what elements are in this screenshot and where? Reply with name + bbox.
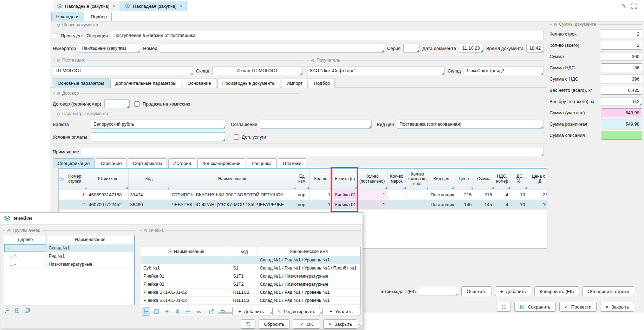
cell-sum[interactable]: 215 <box>474 190 494 199</box>
cell-vat-percent[interactable]: 10 <box>510 190 527 199</box>
copy-button[interactable]: Копировать (F6) <box>534 286 579 296</box>
numerator-field[interactable]: Накладные (закупка) <box>79 44 140 53</box>
buyer-warehouse-field[interactable]: ЛюксСофтТрейд2 <box>464 66 544 75</box>
cells-dialog-titlebar[interactable]: Ячейки <box>0 212 363 224</box>
sum-net-weight[interactable]: 0,435 <box>601 86 642 95</box>
cell-code[interactable]: S1T2 <box>231 280 258 288</box>
tab-selection[interactable]: Подбор <box>86 12 112 21</box>
cell-name[interactable] <box>141 256 231 264</box>
cell-name[interactable]: Ячейка 02 <box>141 280 231 288</box>
col-header-qty-marks[interactable]: Кол-во марок <box>387 169 406 190</box>
save-button[interactable]: Сохранить <box>514 302 556 312</box>
extra-services-checkbox[interactable] <box>234 134 239 140</box>
collapse-node-icon[interactable]: ⊖ <box>6 246 10 250</box>
sum-qty-total[interactable]: 2 <box>601 41 642 50</box>
col-header-vat-percent[interactable]: НДС, % <box>510 169 527 190</box>
cell-name[interactable]: Суб №1 <box>141 264 231 272</box>
window-tab-invoices-list[interactable]: Накладные (закупка) × <box>53 1 119 11</box>
filter-icon[interactable] <box>163 307 171 316</box>
reload-icon[interactable] <box>218 307 227 316</box>
cell-price[interactable]: 145 <box>454 199 474 209</box>
cell-canonical[interactable]: Склад №1 / Ряд №1 / Уровень №1 <box>258 288 360 296</box>
col-header-price[interactable]: Цена <box>454 169 474 190</box>
clear-button[interactable]: Очистить <box>461 286 492 296</box>
cell-unit[interactable]: пор. <box>296 190 309 199</box>
maximize-icon[interactable] <box>631 3 637 9</box>
expand-all-icon[interactable] <box>24 307 30 313</box>
close-button[interactable]: ×Закрыть <box>600 302 634 312</box>
tab-basis[interactable]: Основание <box>183 78 216 88</box>
number-field[interactable] <box>160 44 384 53</box>
cell-row[interactable]: Суб №1 S1 Склад №1 / Ряд №1 / Уровень №3… <box>141 264 360 272</box>
col-header-tree[interactable]: Дерево <box>4 235 46 244</box>
collapse-icon[interactable]: ⊖ <box>553 22 557 27</box>
close-tab-icon[interactable]: × <box>113 4 116 9</box>
tab-scan-log[interactable]: Лог сканирований <box>197 158 245 168</box>
col-header-group-name[interactable]: Наименование <box>46 235 134 244</box>
cell-barcode[interactable]: 4607007722452 <box>87 199 128 209</box>
col-header-cell-code[interactable]: Код <box>231 247 258 256</box>
sum-with-vat[interactable]: 396 <box>601 75 642 83</box>
collapse-icon[interactable]: ⊖ <box>7 228 11 233</box>
currency-field[interactable]: Белорусский рубль <box>91 120 226 129</box>
tab-invoice[interactable]: Накладная <box>51 12 84 21</box>
col-header-qty[interactable]: Кол-во <box>309 169 332 190</box>
edit-cell-button[interactable]: ✎Редактировать <box>272 307 320 316</box>
delete-cell-button[interactable]: −Удалить <box>322 307 360 316</box>
sum-writeoff[interactable] <box>601 131 642 140</box>
commission-checkbox[interactable] <box>134 101 139 107</box>
cell-price-type[interactable]: Поставщика (согласованная) <box>429 190 454 199</box>
sum-gross-weight[interactable]: 0,2 <box>601 97 642 106</box>
col-header-name[interactable]: Наименование <box>170 169 296 190</box>
refresh-button[interactable] <box>241 319 255 329</box>
tree-row-lowtemp[interactable]: ● Низкотемпературные <box>4 260 134 268</box>
sum-retail[interactable]: 549,98 <box>601 120 642 128</box>
note-field[interactable] <box>82 147 544 156</box>
sum-lines-count[interactable]: 2 <box>601 30 642 38</box>
cell-line-number[interactable]: 1 <box>59 190 87 199</box>
col-header-price-type[interactable]: Вид цен <box>429 169 454 190</box>
col-header-unit[interactable]: Ед. изм. <box>296 169 309 190</box>
reset-button[interactable]: Сбросить <box>259 319 290 329</box>
tree-toggle-cell[interactable]: ⊖ <box>4 244 46 252</box>
collapse-icon[interactable]: ⊖ <box>57 112 60 116</box>
col-header-cell-name[interactable]: Наименование <box>141 247 231 256</box>
tab-import[interactable]: Импорт <box>282 78 307 88</box>
cell-name[interactable]: Ячейка SK1-01-01-03 <box>141 296 231 304</box>
list-view-icon[interactable] <box>142 307 150 316</box>
collapse-icon[interactable]: ⊖ <box>57 23 60 27</box>
cell-code[interactable]: S1 <box>231 264 258 272</box>
cell-row[interactable]: Ячейка SK1-01-01-02 R1L1C2 Склад №1 / Ря… <box>141 288 360 296</box>
cell-name[interactable]: СТРИПСЫ ВКУСНЯШКИ 300Г ЗОЛОТОЙ ПЕТУШОК <box>170 190 296 199</box>
cell-qty[interactable]: 1 <box>309 190 332 199</box>
tab-extra-params[interactable]: Дополнительные параметры <box>110 78 181 88</box>
collapse-icon[interactable]: ⊖ <box>57 58 60 63</box>
cell-row[interactable]: Ячейка 01 S1T1 Склад №1 / Низкотемперату… <box>141 272 360 280</box>
cell-qty-delivered[interactable]: 1 <box>357 190 387 199</box>
close-tab-icon[interactable]: × <box>180 4 183 9</box>
window-tab-invoice[interactable]: Накладная (закупка) × <box>121 1 187 11</box>
cell-row[interactable]: Ячейка SK1-01-01-03 R1L1C3 Склад №1 / Ря… <box>141 296 360 304</box>
cell-qty-marks[interactable] <box>387 199 406 209</box>
cell-code[interactable]: R1L1C2 <box>231 288 258 296</box>
resize-grip[interactable] <box>358 324 362 328</box>
grid-view-icon[interactable] <box>152 307 161 316</box>
cell-sum[interactable]: 145 <box>474 199 494 209</box>
cell-canonical[interactable]: Склад №1 / Ряд №1 / Уровень №1 <box>258 256 360 264</box>
series-field[interactable] <box>403 44 419 53</box>
cell-vat-number[interactable]: 4 <box>494 190 510 199</box>
gear-icon[interactable]: ⚙ <box>173 307 182 316</box>
tree-node-label[interactable]: Ряд №1 <box>46 252 134 260</box>
cell-code[interactable]: S1T1 <box>231 272 258 280</box>
tab-selection2[interactable]: Подбор <box>309 78 335 88</box>
supplier-warehouse-field[interactable]: Склад ГП МОГОСТ <box>212 66 303 75</box>
tree-toggle-cell[interactable]: ● <box>4 260 46 268</box>
tree-toggle-cell[interactable]: ⊕ <box>4 252 46 260</box>
filter-icon[interactable] <box>5 307 11 313</box>
numbered-list-icon[interactable] <box>184 307 192 316</box>
tab-certificates[interactable]: Сертификаты <box>128 158 167 168</box>
cell-qty-returned[interactable] <box>406 190 429 199</box>
barcode-search-input[interactable] <box>419 287 458 296</box>
contract-number-field[interactable] <box>104 99 130 108</box>
tree-node-label[interactable]: Низкотемпературные <box>46 260 134 268</box>
